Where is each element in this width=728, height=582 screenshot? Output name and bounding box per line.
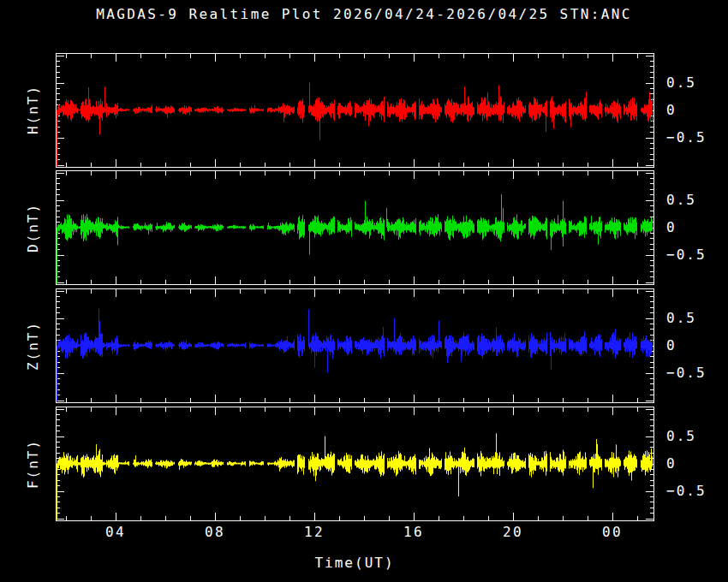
- panel-axes: [57, 54, 654, 521]
- y-axis-label-H: H(nT): [25, 85, 41, 134]
- x-axis-title: Time(UT): [303, 555, 406, 571]
- magdas-realtime-plot: MAGDAS-9 Realtime Plot 2026/04/24-2026/0…: [0, 0, 728, 582]
- y-axis-label-F: F(nT): [25, 439, 41, 489]
- y-tick-label: 0.5: [666, 193, 726, 208]
- trace-D: [57, 194, 653, 283]
- y-tick-label: −0.5: [666, 247, 726, 263]
- y-tick-label: 0: [666, 220, 726, 235]
- y-tick-label: −0.5: [666, 130, 726, 146]
- y-tick-label: 0.5: [666, 75, 726, 91]
- y-tick-label: 0.5: [666, 429, 726, 444]
- trace-H: [57, 83, 653, 167]
- trace-Z: [57, 309, 653, 402]
- y-tick-label: 0: [666, 338, 726, 353]
- y-tick-label: 0: [666, 456, 726, 472]
- y-axis-label-D: D(nT): [25, 203, 41, 252]
- y-tick-label: 0.5: [666, 311, 726, 326]
- x-tick-label: 00: [594, 524, 631, 540]
- x-tick-label: 04: [97, 524, 134, 540]
- y-tick-label: 0: [666, 103, 726, 118]
- magnetogram-canvas: [0, 0, 728, 582]
- trace-F: [57, 433, 653, 520]
- y-tick-label: −0.5: [666, 365, 726, 381]
- y-axis-label-Z: Z(nT): [25, 321, 41, 371]
- x-tick-label: 16: [395, 524, 433, 540]
- x-tick-label: 20: [494, 524, 532, 540]
- x-tick-label: 12: [295, 524, 333, 540]
- y-tick-label: −0.5: [666, 484, 726, 499]
- x-tick-label: 08: [196, 524, 234, 540]
